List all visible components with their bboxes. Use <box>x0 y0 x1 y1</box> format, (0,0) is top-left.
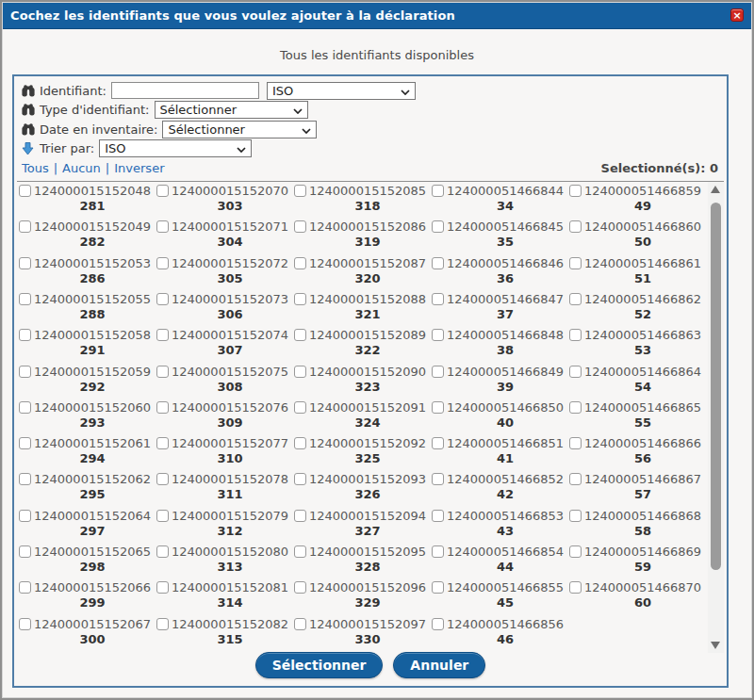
identifier-checkbox[interactable] <box>19 473 31 485</box>
identifier-checkbox[interactable] <box>19 220 31 233</box>
identifier-checkbox[interactable] <box>19 437 31 449</box>
identifier-label: 124000015152088 <box>294 292 432 306</box>
identifier-checkbox[interactable] <box>294 401 306 414</box>
identifier-checkbox[interactable] <box>156 220 169 233</box>
identifier-checkbox[interactable] <box>432 257 444 269</box>
identifier-checkbox[interactable] <box>569 257 582 269</box>
identifiant-input[interactable] <box>111 82 259 99</box>
identifier-checkbox[interactable] <box>432 545 444 558</box>
cancel-button[interactable]: Annuler <box>393 652 485 678</box>
identifier-checkbox[interactable] <box>156 510 169 522</box>
identifier-checkbox[interactable] <box>19 401 31 414</box>
identifier-number: 124000015152048 <box>34 184 151 198</box>
identifier-checkbox[interactable] <box>156 329 169 341</box>
identifier-checkbox[interactable] <box>19 618 31 630</box>
identifier-checkbox[interactable] <box>294 366 306 378</box>
identifier-checkbox[interactable] <box>569 473 582 485</box>
identifier-cell: 124000015152073306 <box>156 292 294 328</box>
identifier-checkbox[interactable] <box>432 401 444 414</box>
identifier-checkbox[interactable] <box>19 293 31 305</box>
identifier-checkbox[interactable] <box>156 473 169 485</box>
scrollbar-thumb[interactable] <box>711 203 721 570</box>
identifier-checkbox[interactable] <box>294 510 306 522</box>
scroll-up-arrow-icon[interactable] <box>711 186 720 193</box>
identifier-checkbox[interactable] <box>432 220 444 233</box>
identifier-checkbox[interactable] <box>156 293 169 305</box>
identifier-checkbox[interactable] <box>294 329 306 341</box>
identifier-checkbox[interactable] <box>19 257 31 269</box>
identifier-checkbox[interactable] <box>294 545 306 558</box>
identifier-checkbox[interactable] <box>569 220 582 233</box>
grid-scrollbar[interactable] <box>708 182 724 653</box>
identifier-checkbox[interactable] <box>19 581 31 594</box>
identifier-checkbox[interactable] <box>294 293 306 305</box>
identifier-checkbox[interactable] <box>569 293 582 305</box>
scroll-down-arrow-icon[interactable] <box>711 642 720 649</box>
identifier-checkbox[interactable] <box>294 473 306 485</box>
identifier-suffix: 55 <box>583 415 702 430</box>
identifier-checkbox[interactable] <box>432 329 444 341</box>
select-button[interactable]: Sélectionner <box>255 652 384 678</box>
identifier-checkbox[interactable] <box>19 366 31 378</box>
identifier-checkbox[interactable] <box>432 581 444 594</box>
identifier-checkbox[interactable] <box>294 220 306 233</box>
identifier-checkbox[interactable] <box>569 401 582 414</box>
identifier-checkbox[interactable] <box>156 185 169 197</box>
identifier-checkbox[interactable] <box>569 545 582 558</box>
identifier-label: 124000015152065 <box>19 545 156 559</box>
identifier-cell: 12400005146686555 <box>569 400 707 436</box>
identifier-checkbox[interactable] <box>19 329 31 341</box>
identifier-number: 124000015152067 <box>34 617 151 631</box>
identifier-number: 124000051466862 <box>584 292 701 306</box>
identifier-checkbox[interactable] <box>294 185 306 197</box>
identifier-checkbox[interactable] <box>156 618 169 630</box>
identifier-checkbox[interactable] <box>19 545 31 558</box>
select-all-link[interactable]: Tous <box>22 161 49 175</box>
close-icon[interactable]: × <box>730 8 744 22</box>
identifier-checkbox[interactable] <box>19 185 31 197</box>
identifier-checkbox[interactable] <box>432 366 444 378</box>
identifier-checkbox[interactable] <box>294 581 306 594</box>
select-none-link[interactable]: Aucun <box>62 161 101 175</box>
identifier-checkbox[interactable] <box>156 257 169 269</box>
identifier-suffix: 42 <box>446 487 565 501</box>
identifier-suffix: 34 <box>446 199 565 213</box>
trier-par-select[interactable]: ISO <box>99 139 252 157</box>
identifier-checkbox[interactable] <box>156 401 169 414</box>
binoculars-icon <box>21 123 35 136</box>
identifier-checkbox[interactable] <box>432 437 444 449</box>
identifier-label: 124000015152070 <box>156 184 294 198</box>
identifier-checkbox[interactable] <box>156 437 169 449</box>
identifier-label: 124000015152075 <box>156 365 294 379</box>
identifier-checkbox[interactable] <box>156 366 169 378</box>
identifier-checkbox[interactable] <box>432 185 444 197</box>
identifier-checkbox[interactable] <box>294 437 306 449</box>
identifiant-type-select[interactable]: ISO <box>267 82 416 100</box>
identifier-label: 124000051466861 <box>569 256 707 270</box>
identifier-checkbox[interactable] <box>19 510 31 522</box>
identifier-checkbox[interactable] <box>294 618 306 630</box>
identifier-label: 124000051466860 <box>569 220 707 234</box>
identifier-checkbox[interactable] <box>156 545 169 558</box>
identifier-checkbox[interactable] <box>432 510 444 522</box>
identifier-checkbox[interactable] <box>569 329 582 341</box>
identifier-checkbox[interactable] <box>156 581 169 594</box>
identifier-cell: 12400005146686858 <box>569 509 707 545</box>
type-identifiant-select[interactable]: Sélectionner <box>155 101 308 119</box>
invert-selection-link[interactable]: Inverser <box>114 161 164 175</box>
identifier-suffix: 56 <box>583 451 702 465</box>
date-inventaire-select[interactable]: Sélectionner <box>162 121 317 138</box>
identifier-checkbox[interactable] <box>569 437 582 449</box>
identifier-label: 124000015152080 <box>156 545 294 559</box>
identifier-checkbox[interactable] <box>569 366 582 378</box>
identifier-suffix: 51 <box>583 271 702 285</box>
identifier-checkbox[interactable] <box>569 185 582 197</box>
identifier-checkbox[interactable] <box>432 293 444 305</box>
identifier-checkbox[interactable] <box>432 618 444 630</box>
identifier-checkbox[interactable] <box>294 257 306 269</box>
identifier-checkbox[interactable] <box>569 510 582 522</box>
identifier-suffix: 327 <box>308 524 427 538</box>
identifier-number: 124000015152092 <box>309 436 426 450</box>
identifier-checkbox[interactable] <box>432 473 444 485</box>
identifier-checkbox[interactable] <box>569 581 582 594</box>
